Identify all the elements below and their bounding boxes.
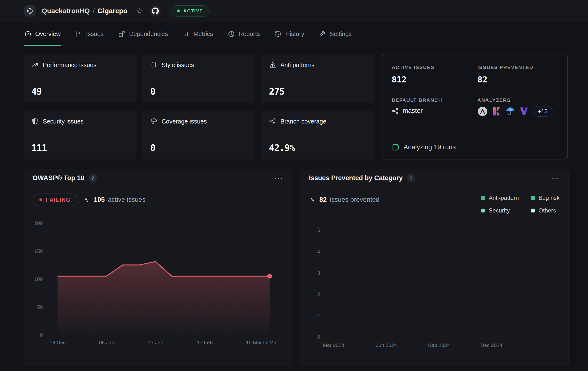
default-branch-block: DEFAULT BRANCH master xyxy=(392,98,477,117)
x-axis-tick: 16 Dec xyxy=(50,340,66,346)
ansible-analyzer-icon[interactable] xyxy=(477,106,488,116)
x-axis-tick: 17 Feb xyxy=(197,340,213,346)
legend-swatch xyxy=(481,209,485,212)
repo-summary-panel: ACTIVE ISSUES 812 ISSUES PREVENTED 82 DE… xyxy=(382,54,568,160)
x-axis-tick: 27 Jan xyxy=(148,340,163,346)
prevented-count: 82 xyxy=(319,196,327,204)
y-axis-tick: 4 xyxy=(300,249,320,255)
stat-card-anti-patterns[interactable]: Anti patterns 275 xyxy=(261,54,374,103)
repo-status-badge: ACTIVE xyxy=(171,5,210,17)
stat-card-style-issues[interactable]: Style issues 0 xyxy=(142,54,255,103)
stat-card-security-issues[interactable]: Security issues 111 xyxy=(24,110,136,160)
default-branch-value[interactable]: master xyxy=(403,107,423,115)
x-axis-tick: 17 Mar xyxy=(262,340,278,346)
issues-prevented-label: ISSUES PREVENTED xyxy=(477,65,559,70)
repo-name[interactable]: Gigarepo xyxy=(97,7,127,15)
owasp-card-title: OWASP® Top 10 xyxy=(32,174,84,182)
legend-item-others[interactable]: Others xyxy=(531,207,556,214)
y-axis-tick: 150 xyxy=(24,248,43,254)
owasp-count-row: 105 active issues xyxy=(83,196,146,204)
flag-icon xyxy=(75,30,82,38)
failing-badge-label: FAILING xyxy=(46,197,71,203)
legend-label: Anti-pattern xyxy=(489,195,519,201)
star-icon xyxy=(136,7,143,15)
trending-up-icon xyxy=(31,61,39,69)
owasp-chart: 20015010050016 Dec06 Jan27 Jan17 Feb10 M… xyxy=(24,214,292,366)
org-name[interactable]: QuackatronHQ xyxy=(42,7,90,15)
y-axis-tick: 200 xyxy=(24,220,43,226)
stat-card-performance-issues[interactable]: Performance issues 49 xyxy=(24,54,136,103)
shield-icon xyxy=(31,118,39,125)
y-axis-tick: 5 xyxy=(300,227,320,233)
breadcrumb-separator: / xyxy=(93,7,95,15)
stat-card-coverage-issues[interactable]: Coverage issues 0 xyxy=(142,110,255,160)
tab-issues[interactable]: Issues xyxy=(74,22,104,46)
legend-label: Security xyxy=(489,207,510,214)
umbrella-icon xyxy=(150,118,158,125)
help-icon[interactable]: ? xyxy=(89,174,97,182)
ellipsis-menu-icon[interactable]: ⋯ xyxy=(274,176,283,181)
tab-reports[interactable]: Reports xyxy=(227,22,261,46)
chart-legend: Anti-pattern Bug risk Security Others xyxy=(481,195,560,214)
activity-icon xyxy=(309,196,316,204)
ellipsis-menu-icon[interactable]: ⋯ xyxy=(551,176,560,181)
github-link[interactable] xyxy=(150,5,161,17)
legend-swatch xyxy=(481,196,485,200)
stat-value: 111 xyxy=(31,143,47,153)
issues-prevented-block: ISSUES PREVENTED 82 xyxy=(477,65,559,84)
git-branch-icon xyxy=(392,107,399,115)
stat-label: Style issues xyxy=(162,62,194,69)
default-branch-label: DEFAULT BRANCH xyxy=(392,98,477,103)
analyzers-block: ANALYZERS xyxy=(477,98,559,117)
y-axis-tick: 3 xyxy=(300,270,320,276)
purple-v-analyzer-icon[interactable] xyxy=(519,106,529,116)
kotlin-analyzer-icon[interactable] xyxy=(491,106,502,116)
dependencies-icon xyxy=(118,30,125,38)
main-content: Performance issues 49 Style issues 0 xyxy=(0,46,588,366)
tab-label: Metrics xyxy=(193,30,213,37)
tab-settings[interactable]: Settings xyxy=(318,22,352,46)
spinner-icon xyxy=(392,144,399,151)
stat-value: 49 xyxy=(31,86,42,97)
status-badge-label: ACTIVE xyxy=(183,8,203,14)
repo-avatar xyxy=(24,5,35,17)
stat-cards-grid: Performance issues 49 Style issues 0 xyxy=(24,54,374,160)
tab-metrics[interactable]: Metrics xyxy=(182,22,214,46)
y-axis-tick: 50 xyxy=(24,304,43,310)
braces-icon xyxy=(150,61,158,69)
analyzing-status[interactable]: Analyzing 19 runs xyxy=(392,135,456,159)
legend-swatch xyxy=(531,196,535,200)
activity-icon xyxy=(83,196,91,204)
more-analyzers-count: +15 xyxy=(538,108,547,115)
y-axis-tick: 2 xyxy=(300,291,320,297)
failing-dot-icon xyxy=(39,198,42,201)
umbrella-analyzer-icon[interactable] xyxy=(505,106,515,116)
stat-value: 0 xyxy=(150,86,155,97)
tab-label: Dependencies xyxy=(129,30,168,37)
primary-nav: Overview Issues Dependencies Metrics xyxy=(0,22,588,46)
x-axis-tick: 10 Mar xyxy=(246,340,262,346)
tab-dependencies[interactable]: Dependencies xyxy=(117,22,169,46)
y-axis-tick: 100 xyxy=(24,276,43,282)
help-icon[interactable]: ? xyxy=(407,174,415,182)
more-analyzers-button[interactable]: +15 xyxy=(533,106,553,117)
issues-prevented-card: Issues Prevented by Category ? ⋯ 82 issu… xyxy=(300,169,569,366)
prevented-card-title: Issues Prevented by Category xyxy=(309,174,403,182)
tab-history[interactable]: History xyxy=(273,22,305,46)
tab-overview[interactable]: Overview xyxy=(24,22,61,46)
owasp-top10-card: OWASP® Top 10 ? ⋯ FAILING 105 active is xyxy=(24,169,292,366)
x-axis-tick: Mar 2024 xyxy=(323,342,344,348)
github-icon xyxy=(152,7,159,15)
legend-item-anti-pattern[interactable]: Anti-pattern xyxy=(481,195,519,201)
legend-item-bug-risk[interactable]: Bug risk xyxy=(531,195,560,201)
star-repo-button[interactable] xyxy=(136,7,143,15)
stat-value: 42.9% xyxy=(269,143,295,153)
stat-label: Coverage issues xyxy=(162,118,207,125)
stat-card-branch-coverage[interactable]: Branch coverage 42.9% xyxy=(261,110,374,160)
x-axis-tick: 06 Jan xyxy=(99,340,114,346)
tab-label: History xyxy=(285,30,304,37)
app-header: QuackatronHQ / Gigarepo ACTIVE xyxy=(0,0,588,22)
legend-item-security[interactable]: Security xyxy=(481,207,510,214)
globe-icon xyxy=(26,8,33,14)
tab-label: Settings xyxy=(330,30,352,37)
